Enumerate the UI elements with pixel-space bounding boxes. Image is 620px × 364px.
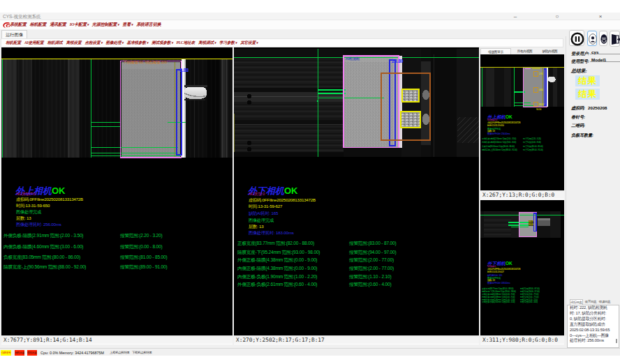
left-barcode: 虚拟码:0FFIline2025020813313472B <box>16 197 83 203</box>
tab-run-image[interactable]: 运行图像 <box>1 30 27 38</box>
toolbar-item-0[interactable]: 相机配置 <box>6 40 21 46</box>
middle-measurement-4: 内侧正极-负极(1.90mm 范围:(1.00 - 2.20) <box>237 274 317 280</box>
left-status-bar: X:7677;Y:891;R:14;G:14;B:14 <box>1 335 232 344</box>
bottom-status-bar: 心跳信号 相机连接 通讯连接 Cpu: 0.0% Memory: 3424.41… <box>0 348 620 356</box>
chevron-down-icon: ▾ <box>171 41 172 45</box>
title-bar: CYS-视觉检测系统 – ○ × <box>0 13 620 20</box>
camera-link-badge: 相机连接 <box>15 350 24 356</box>
toolbar-item-4[interactable]: 点检设置▾ <box>84 40 102 46</box>
toolbar-item-9[interactable]: 离线调试▾ <box>198 40 216 46</box>
middle-gap-label: 23.80 <box>392 59 404 63</box>
needle-number-label: 卷针号: <box>571 114 585 121</box>
left-measurement-1: 内侧负极-隔膜(4.60mm 范围:(3.00 - 6.00) <box>3 244 83 250</box>
left-time: 时间:13-31-59-650 <box>16 203 50 209</box>
toolbar-item-3[interactable]: 离线设置 <box>66 40 81 46</box>
mini-bottom-mark-1: 95.24 <box>529 223 533 226</box>
mini-bottom-ptime: 图像处理耗时: 183.00ms <box>487 282 510 285</box>
left-measurement-3: 隔膜宽度-上(90.56mm 范围:(88.00 - 92.00) <box>3 264 86 271</box>
log-line-2: 0, 缺陷提取分区耗时: <box>568 317 619 322</box>
middle-measurement-3: 内侧正极-隔膜(4.38mm 范围:(0.00 - 9.00) <box>237 266 317 272</box>
login-user-field[interactable]: cys <box>590 48 620 54</box>
toolbar: 相机配置 AI使用配置 相机调试 离线设置 点检设置▾ 图像处理▾ 基准线参数▾… <box>1 38 563 47</box>
mini-top-mark-1: 4.60 <box>539 89 542 91</box>
log-line-0: 耗时: 222, 缺陷检测耗 <box>568 305 619 311</box>
log-output[interactable]: 耗时: 222, 缺陷检测耗 时: 17, 缺陷分类耗时: 0, 缺陷提取分区耗… <box>567 305 619 348</box>
top-camera-check-link[interactable]: 上相机点检结果 <box>110 351 130 354</box>
menu-item-3[interactable]: IO卡配置▾ <box>70 22 89 28</box>
log-scrollbar[interactable] <box>616 339 617 343</box>
virtual-code-label: 虚拟码: <box>571 105 585 112</box>
toolbar-item-1[interactable]: AI使用配置 <box>24 40 44 46</box>
menu-item-2[interactable]: 通讯配置 <box>50 22 66 28</box>
left-gap-label: 3.88 <box>179 68 189 73</box>
menu-item-0[interactable]: 系统配置 <box>10 22 27 28</box>
chevron-down-icon: ▾ <box>87 23 89 26</box>
toolbar-item-2[interactable]: 相机调试 <box>47 40 63 46</box>
operator-button[interactable] <box>599 31 607 46</box>
left-measurement-2: 负极宽度(83.05mm 范围:(80.00 - 86.00) <box>3 255 80 261</box>
log-line-3: 直方图提取缺陷成功 <box>568 322 619 328</box>
toolbar-item-5[interactable]: 图像处理▾ <box>105 40 123 46</box>
left-alarm-1: 报警范围:(0.00 - 8.00) <box>120 244 163 250</box>
chevron-down-icon: ▾ <box>121 41 123 45</box>
menu-item-4[interactable]: 光源控制配置▾ <box>92 22 119 28</box>
result-box-1: 结果 <box>575 75 600 86</box>
toolbar-item-8[interactable]: PLC地址表 <box>176 40 195 46</box>
middle-alarm-4: 报警范围:(1.10 - 2.10) <box>349 274 392 280</box>
exit-button[interactable] <box>610 31 620 47</box>
mini-top-mark-0: 2.91 <box>539 73 542 75</box>
toolbar-item-11[interactable]: 其它设置▾ <box>240 40 258 46</box>
bottom-camera-check-link[interactable]: 下相机点检结果 <box>132 351 152 354</box>
left-process-time: 图像处理耗时: 256.00ms <box>16 222 61 228</box>
login-user-label: 登录用户: <box>571 51 589 57</box>
middle-time: 时间:13-31-59-627 <box>249 204 282 210</box>
middle-alarm-0: 报警范围:(83.00 - 87.00) <box>349 241 396 247</box>
sidebar: 登录用户: cys 使用型号: Model1 总结果: 结果 结果 虚拟码: 2… <box>566 36 620 335</box>
pause-button[interactable] <box>569 30 584 46</box>
menu-item-5[interactable]: 查看▾ <box>122 22 133 28</box>
left-product-region <box>121 62 180 158</box>
tab-count-label: 负极耳数量: <box>571 132 593 139</box>
mini-top-mark-2: 83.05 <box>539 103 544 106</box>
toolbar-item-7[interactable]: 测试项参数▾ <box>152 40 173 46</box>
tab-run-log[interactable]: 运行日志 <box>570 299 583 305</box>
middle-barcode: 虚拟码:0FFIline2025020813313472B <box>249 197 316 204</box>
chevron-down-icon: ▾ <box>147 41 148 45</box>
user-login-button[interactable] <box>587 31 597 46</box>
mini-bottom-panel[interactable]: 83.77 95.24 外下相机OK NG类型:0 虚拟码:0FFIline20… <box>480 200 564 335</box>
maximize-button[interactable]: ○ <box>549 13 565 20</box>
chevron-down-icon: ▾ <box>101 41 102 45</box>
toolbar-item-10[interactable]: 学习参数▾ <box>219 40 237 46</box>
left-alarm-3: 报警范围:(89.00 - 91.00) <box>120 264 167 271</box>
middle-camera-panel[interactable]: AI检测框 23.80 外下相机OK NG类型:0 虚拟码:0FFIline20… <box>234 47 479 335</box>
log-line-6: 处理耗时: 256.00ms <box>568 338 619 344</box>
window-title: CYS-视觉检测系统 <box>3 14 41 20</box>
comm-link-badge: 通讯连接 <box>27 350 37 356</box>
middle-process-done: 图像处理完成 <box>249 218 274 224</box>
middle-process-time: 图像处理耗时: 183.00ms <box>249 230 294 236</box>
mini-top-panel[interactable]: 2.91 4.60 83.05 90.56 外上相机OK NG类型(T:0 虚拟… <box>480 54 564 190</box>
log-line-1: 时: 17, 缺陷分类耗时: <box>568 311 619 317</box>
menu-item-6[interactable]: 系统语言切换 <box>136 22 161 28</box>
tab-settings-log[interactable]: 设置日志 <box>584 299 597 305</box>
model-label: 使用型号: <box>571 59 589 65</box>
model-field[interactable]: Model1 <box>590 56 620 62</box>
mini-top-ptime: 图像处理耗时: 256.00ms <box>487 132 510 135</box>
middle-status-bar: X:270;Y:2502;R:17;G:17;B:17 <box>234 335 479 344</box>
tab-error-log[interactable]: 错误日志 <box>598 299 611 305</box>
middle-result-ok: OK <box>284 185 298 196</box>
chevron-down-icon: ▾ <box>256 41 258 45</box>
middle-alarm-5: 报警范围:(0.60 - 4.00) <box>349 282 392 288</box>
mini-top-mark-3: 90.56 <box>536 108 541 111</box>
mini-top-meas-3: 隔膜宽度-上(90.56mm 范围:(88.00 - 92.00) <box>482 149 517 151</box>
heartbeat-badge: 心跳信号 <box>1 350 11 356</box>
close-button[interactable]: × <box>593 13 608 20</box>
menu-item-1[interactable]: 相机配置 <box>30 22 47 28</box>
left-camera-panel[interactable]: 下限阈值:93, 动态阈值:100 3.88 外上相机OK NG类型(T:0 虚… <box>1 47 232 335</box>
left-measurement-0: 外侧负极-隔膜(2.91mm 范围:(2.00 - 3.50) <box>3 233 83 239</box>
right-tab-strip: 缩放图显示 所有内视图 缺陷内视图 <box>480 47 564 54</box>
minimize-button[interactable]: – <box>508 13 523 20</box>
mini-top-barcode: 虚拟码:0FFIline2025020813313472B <box>487 121 520 124</box>
toolbar-item-6[interactable]: 基准线参数▾ <box>126 40 148 46</box>
log-line-4: 2025:02:08-13:31:59:65 <box>568 328 619 333</box>
